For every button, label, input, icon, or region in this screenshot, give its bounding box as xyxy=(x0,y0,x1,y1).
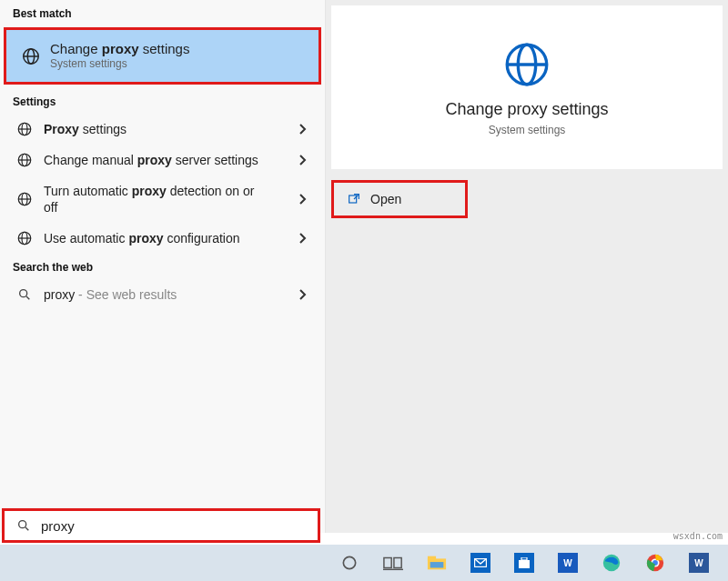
svg-line-23 xyxy=(25,527,28,530)
settings-item-proxy-settings[interactable]: Proxy settings xyxy=(0,114,325,145)
settings-item-use-automatic-proxy[interactable]: Use automatic proxy configuration xyxy=(0,223,325,254)
store-icon[interactable] xyxy=(511,550,537,576)
svg-rect-25 xyxy=(384,558,391,568)
file-explorer-icon[interactable] xyxy=(424,550,450,576)
preview-pane: Change proxy settings System settings Op… xyxy=(326,0,728,533)
chevron-right-icon xyxy=(294,193,312,205)
settings-item-change-manual-proxy[interactable]: Change manual proxy server settings xyxy=(0,145,325,175)
open-label: Open xyxy=(370,192,401,206)
t: configuration xyxy=(164,231,240,245)
chevron-right-icon xyxy=(294,288,312,301)
best-match-text: Change proxy settings System settings xyxy=(43,41,306,71)
open-button[interactable]: Open xyxy=(334,183,465,215)
t: Turn automatic xyxy=(44,184,132,198)
preview-sub: System settings xyxy=(489,124,566,136)
globe-icon xyxy=(13,152,36,168)
task-view-icon[interactable] xyxy=(380,550,406,576)
mail-icon[interactable] xyxy=(468,550,493,576)
svg-line-16 xyxy=(26,296,29,299)
search-icon xyxy=(13,287,36,302)
chevron-right-icon xyxy=(294,232,312,245)
settings-item-label: Change manual proxy server settings xyxy=(36,152,294,168)
best-match-header: Best match xyxy=(0,0,325,25)
chrome-icon[interactable] xyxy=(642,550,668,576)
settings-header: Settings xyxy=(0,88,325,114)
best-match-title-pre: Change xyxy=(50,41,102,56)
search-results-pane: Best match Change proxy settings System … xyxy=(0,0,326,533)
svg-rect-30 xyxy=(430,562,444,567)
cortana-icon[interactable] xyxy=(337,550,362,576)
globe-icon xyxy=(13,230,36,246)
preview-card: Change proxy settings System settings xyxy=(331,5,723,169)
t: proxy xyxy=(128,231,163,245)
settings-item-label: Proxy settings xyxy=(36,121,294,137)
globe-icon-large xyxy=(500,38,553,91)
t: - See web results xyxy=(75,287,177,302)
t: server settings xyxy=(172,153,258,167)
settings-item-label: Turn automatic proxy detection on or off xyxy=(36,183,294,215)
svg-rect-29 xyxy=(428,556,436,561)
globe-icon xyxy=(19,46,43,66)
search-icon xyxy=(15,518,32,533)
globe-icon xyxy=(13,191,36,207)
svg-text:W: W xyxy=(563,558,572,568)
t: Change manual xyxy=(44,153,137,167)
svg-point-15 xyxy=(20,290,27,297)
t: Proxy xyxy=(44,122,79,136)
svg-point-24 xyxy=(343,556,355,568)
t: proxy xyxy=(137,153,172,167)
globe-icon xyxy=(13,121,36,137)
word-icon[interactable]: W xyxy=(555,550,581,576)
best-match-title-post: settings xyxy=(139,41,190,56)
best-match-sub: System settings xyxy=(50,57,306,71)
t: Use automatic xyxy=(44,231,128,245)
svg-rect-32 xyxy=(519,560,530,568)
settings-item-label: Use automatic proxy configuration xyxy=(36,230,294,246)
svg-rect-26 xyxy=(394,558,401,568)
search-input[interactable] xyxy=(32,518,307,534)
open-icon xyxy=(347,192,361,206)
t: proxy xyxy=(132,184,167,198)
taskbar: W W xyxy=(0,545,728,581)
watermark: wsxdn.com xyxy=(673,531,723,541)
t: proxy xyxy=(44,287,75,302)
svg-point-22 xyxy=(19,521,26,528)
word-doc-icon[interactable]: W xyxy=(686,550,712,576)
edge-icon[interactable] xyxy=(599,550,624,576)
web-result-label: proxy - See web results xyxy=(36,286,294,303)
best-match-title-bold: proxy xyxy=(102,41,139,56)
best-match-highlight: Change proxy settings System settings xyxy=(4,27,321,85)
svg-rect-33 xyxy=(521,557,527,560)
search-bar[interactable] xyxy=(2,508,320,543)
chevron-right-icon xyxy=(294,123,312,135)
chevron-right-icon xyxy=(294,154,312,166)
open-button-highlight: Open xyxy=(331,180,468,218)
svg-rect-20 xyxy=(349,195,357,203)
best-match-result[interactable]: Change proxy settings System settings xyxy=(6,30,318,82)
t: settings xyxy=(79,122,126,136)
web-result-proxy[interactable]: proxy - See web results xyxy=(0,279,325,310)
preview-title: Change proxy settings xyxy=(445,100,608,119)
settings-item-turn-automatic-proxy[interactable]: Turn automatic proxy detection on or off xyxy=(0,175,325,223)
svg-text:W: W xyxy=(694,558,703,568)
search-web-header: Search the web xyxy=(0,254,325,279)
